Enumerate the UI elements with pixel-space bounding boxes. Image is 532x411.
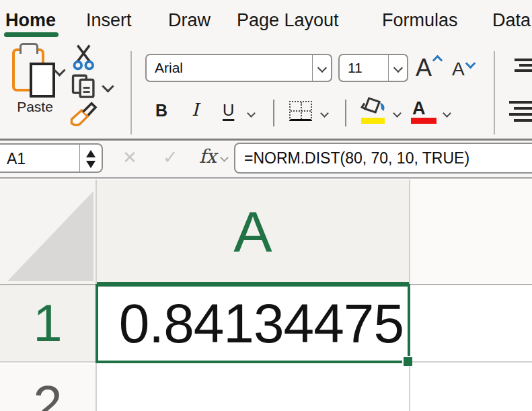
chevron-down-icon[interactable] [102,80,114,92]
chevron-down-icon[interactable] [247,109,256,118]
row-header-2[interactable]: 2 [0,364,96,411]
copy-icon[interactable] [71,74,98,100]
font-name-dropdown[interactable] [312,55,331,81]
ribbon-divider [273,100,274,126]
select-all-button[interactable] [0,180,96,284]
caret-up-icon [432,55,443,66]
align-left-icon [514,119,532,122]
align-left-icon [514,107,532,110]
chevron-down-icon[interactable] [393,109,402,118]
font-name-select[interactable]: Arial [145,54,332,82]
font-color-swatch [411,118,436,124]
worksheet-grid: A 1 2 0.84134475 [0,178,532,411]
tab-formulas[interactable]: Formulas [382,0,458,40]
font-name-value: Arial [147,60,183,76]
underline-button[interactable]: U [223,101,234,120]
column-header-a[interactable]: A [97,180,409,284]
fill-handle[interactable] [404,357,412,366]
home-ribbon: Paste Arial 11 [0,40,532,141]
align-middle-icon [519,64,532,67]
font-color-label: A [412,98,426,119]
tab-insert[interactable]: Insert [86,0,132,40]
name-box[interactable]: A1 [0,143,103,173]
selection-border [96,284,410,363]
name-box-divider [79,145,80,172]
excel-window: Home Insert Draw Page Layout Formulas Da… [0,0,532,411]
column-header-b[interactable] [410,180,532,284]
chevron-down-icon [317,63,326,73]
formula-bar-row: A1 ✕ ✓ fx =NORM.DIST(80, 70, 10, TRUE) [0,141,532,178]
font-size-dropdown[interactable] [388,55,407,81]
cancel-icon[interactable]: ✕ [122,147,137,168]
font-size-value: 11 [340,60,363,76]
formula-text: =NORM.DIST(80, 70, 10, TRUE) [235,149,469,167]
insert-function-icon[interactable]: fx [199,145,217,167]
formula-input[interactable]: =NORM.DIST(80, 70, 10, TRUE) [234,143,532,174]
align-left-icon [509,113,532,116]
chevron-down-icon [393,63,402,73]
chevron-down-icon[interactable] [220,153,229,162]
ribbon-divider [130,51,132,135]
caret-down-icon [465,59,476,69]
chevron-down-icon[interactable] [443,109,451,118]
name-box-spinner-down-icon[interactable] [86,161,96,168]
ribbon-divider [494,51,495,135]
enter-icon[interactable]: ✓ [163,147,178,168]
decrease-font-size-label: A [452,59,465,80]
increase-font-size-button[interactable]: A [416,54,441,82]
tab-draw[interactable]: Draw [168,0,211,40]
chevron-down-icon[interactable] [320,109,329,118]
row-header-1[interactable]: 1 [0,285,96,361]
ribbon-divider [345,100,346,126]
select-all-triangle-icon [7,191,93,281]
bold-button[interactable]: B [155,101,167,120]
fill-color-bucket-icon [360,97,388,118]
cut-icon[interactable] [73,44,96,71]
chevron-down-icon[interactable] [53,64,65,76]
decrease-font-size-button[interactable]: A [452,59,474,80]
tab-data[interactable]: Data [492,0,531,40]
clipboard-page-icon [30,63,55,98]
paste-label: Paste [4,99,66,115]
name-box-spinner-up-icon[interactable] [86,150,96,157]
name-box-value: A1 [7,150,26,168]
clipboard-clip-icon [20,43,38,54]
align-middle-icon [515,59,532,61]
ribbon-tab-bar: Home Insert Draw Page Layout Formulas Da… [0,0,532,40]
font-size-select[interactable]: 11 [338,54,408,82]
tab-home[interactable]: Home [5,0,56,40]
align-left-icon [509,101,532,104]
fill-color-swatch [361,118,385,124]
borders-inner-horizontal [291,110,311,112]
align-middle-icon [515,69,532,72]
italic-button[interactable]: I [192,100,198,120]
format-painter-icon[interactable] [69,98,100,126]
tab-page-layout[interactable]: Page Layout [237,0,339,40]
increase-font-size-label: A [416,54,432,82]
borders-button[interactable] [289,101,312,121]
